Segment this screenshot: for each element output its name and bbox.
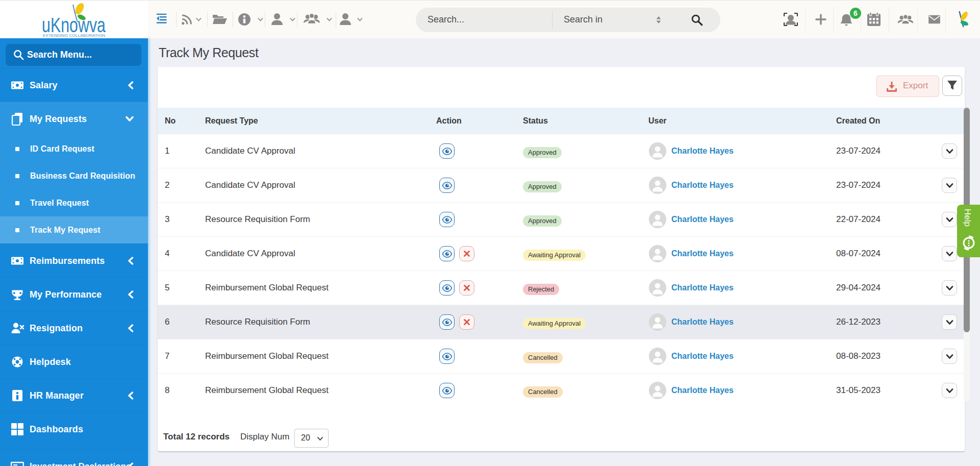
svg-text:EXTENDING COLLABORATION: EXTENDING COLLABORATION (43, 34, 105, 37)
svg-text:uKnowva: uKnowva (42, 14, 106, 36)
